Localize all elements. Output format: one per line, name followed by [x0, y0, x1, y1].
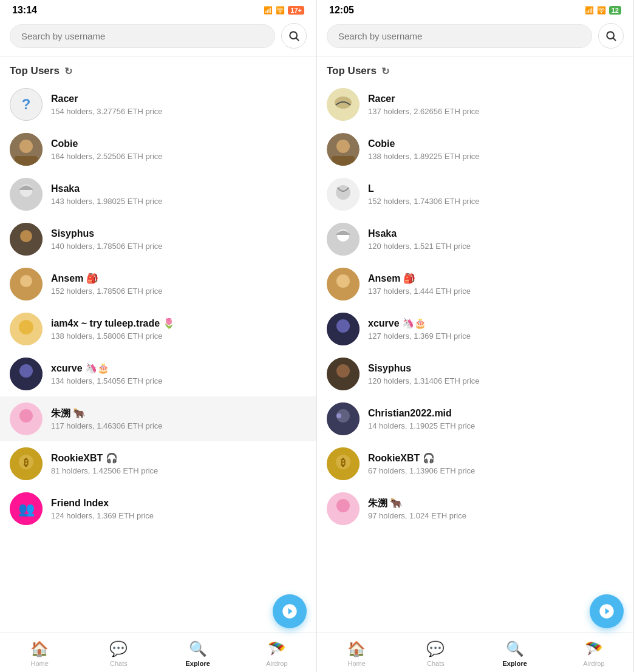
search-row-left	[0, 18, 316, 56]
user-list-right: Racer 137 holders, 2.62656 ETH price Cob…	[317, 82, 633, 633]
avatar-ansem-right	[327, 268, 360, 300]
chats-label-left: Chats	[110, 660, 128, 667]
refresh-icon-left[interactable]: ↻	[64, 66, 72, 77]
user-name-cobie-right: Cobie	[368, 138, 624, 151]
user-info-ansem-left: Ansem 🎒 152 holders, 1.78506 ETH price	[51, 273, 307, 296]
airdrop-icon-right: 🪂	[585, 640, 603, 657]
user-item-cobie-left[interactable]: Cobie 164 holders, 2.52506 ETH price	[0, 127, 316, 172]
user-name-racer-left: Racer	[51, 93, 307, 106]
user-item-xcurve-right[interactable]: xcurve 🦄🎂 127 holders, 1.369 ETH price	[317, 307, 633, 351]
user-name-racer-right: Racer	[368, 93, 624, 106]
nav-airdrop-right[interactable]: 🪂 Airdrop	[554, 638, 633, 670]
user-item-xcurve-left[interactable]: xcurve 🦄🎂 134 holders, 1.54056 ETH price	[0, 351, 316, 396]
avatar-rookie-left: ₿	[10, 447, 43, 480]
airdrop-label-left: Airdrop	[266, 660, 287, 667]
home-label-left: Home	[30, 660, 48, 667]
user-info-rookie-right: RookieXBT 🎧 67 holders, 1.13906 ETH pric…	[368, 452, 624, 475]
avatar-racer-left: ?	[10, 88, 43, 121]
user-info-zhuchao-left: 朱溯 🐂 117 holders, 1.46306 ETH price	[51, 407, 307, 430]
chats-icon-left: 💬	[109, 640, 128, 657]
user-name-sisyphus-left: Sisyphus	[51, 228, 307, 240]
user-name-ansem-left: Ansem 🎒	[51, 273, 307, 285]
chats-label-right: Chats	[427, 660, 445, 667]
section-header-right: Top Users ↻	[317, 56, 633, 82]
user-item-ansem-left[interactable]: Ansem 🎒 152 holders, 1.78506 ETH price	[0, 262, 316, 307]
avatar-ansem-left	[10, 268, 43, 300]
user-info-l-right: L 152 holders, 1.74306 ETH price	[368, 183, 624, 206]
user-item-zhuchao-left[interactable]: 朱溯 🐂 117 holders, 1.46306 ETH price	[0, 396, 316, 441]
search-input-left[interactable]	[21, 31, 264, 41]
user-item-sisyphus-right[interactable]: Sisyphus 120 holders, 1.31406 ETH price	[317, 351, 633, 396]
user-meta-sisyphus-right: 120 holders, 1.31406 ETH price	[368, 376, 624, 385]
bottom-nav-right: 🏠 Home 💬 Chats 🔍 Explore 🪂 Airdrop	[317, 633, 633, 672]
user-info-rookie-left: RookieXBT 🎧 81 holders, 1.42506 ETH pric…	[51, 452, 307, 475]
refresh-icon-right[interactable]: ↻	[381, 66, 389, 77]
nav-chats-left[interactable]: 💬 Chats	[79, 638, 158, 670]
user-info-christian-right: Christian2022.mid 14 holders, 1.19025 ET…	[368, 407, 624, 430]
user-item-hsaka-right[interactable]: Hsaka 120 holders, 1.521 ETH price	[317, 217, 633, 262]
user-info-ansem-right: Ansem 🎒 137 holders, 1.444 ETH price	[368, 273, 624, 296]
search-input-wrap-left[interactable]	[10, 24, 275, 48]
search-button-left[interactable]	[281, 23, 307, 49]
fab-left[interactable]	[273, 594, 307, 628]
svg-point-11	[20, 275, 32, 287]
status-time-right: 12:05	[329, 5, 354, 16]
search-input-right[interactable]	[338, 31, 581, 41]
user-info-sisyphus-left: Sisyphus 140 holders, 1.78506 ETH price	[51, 228, 307, 251]
nav-explore-right[interactable]: 🔍 Explore	[476, 638, 554, 670]
user-meta-cobie-left: 164 holders, 2.52506 ETH price	[51, 152, 307, 161]
user-item-friend-left[interactable]: 👥 Friend Index 124 holders, 1.369 ETH pr…	[0, 486, 316, 531]
user-info-cobie-left: Cobie 164 holders, 2.52506 ETH price	[51, 138, 307, 161]
user-name-sisyphus-right: Sisyphus	[368, 362, 624, 375]
user-item-sisyphus-left[interactable]: Sisyphus 140 holders, 1.78506 ETH price	[0, 217, 316, 262]
user-name-cobie-left: Cobie	[51, 138, 307, 151]
user-meta-l-right: 152 holders, 1.74306 ETH price	[368, 197, 624, 206]
search-input-wrap-right[interactable]	[327, 24, 592, 48]
user-item-iam4x-left[interactable]: iam4x ~ try tuleep.trade 🌷 138 holders, …	[0, 307, 316, 351]
user-info-sisyphus-right: Sisyphus 120 holders, 1.31406 ETH price	[368, 362, 624, 385]
user-item-rookie-left[interactable]: ₿ RookieXBT 🎧 81 holders, 1.42506 ETH pr…	[0, 441, 316, 486]
user-item-zhuchao-right[interactable]: 朱溯 🐂 97 holders, 1.024 ETH price	[317, 486, 633, 531]
nav-explore-left[interactable]: 🔍 Explore	[158, 638, 237, 670]
fab-right[interactable]	[590, 594, 624, 628]
user-item-racer-right[interactable]: Racer 137 holders, 2.62656 ETH price	[317, 82, 633, 127]
user-meta-zhuchao-right: 97 holders, 1.024 ETH price	[368, 511, 624, 520]
nav-airdrop-left[interactable]: 🪂 Airdrop	[237, 638, 316, 670]
nav-home-right[interactable]: 🏠 Home	[317, 638, 396, 670]
svg-point-28	[336, 140, 350, 153]
svg-point-37	[336, 319, 350, 333]
user-name-hsaka-right: Hsaka	[368, 228, 624, 240]
user-name-ansem-right: Ansem 🎒	[368, 273, 624, 285]
user-item-hsaka-left[interactable]: Hsaka 143 holders, 1.98025 ETH price	[0, 172, 316, 217]
explore-icon-right: 🔍	[506, 640, 524, 657]
user-item-l-right[interactable]: L 152 holders, 1.74306 ETH price	[317, 172, 633, 217]
user-item-ansem-right[interactable]: Ansem 🎒 137 holders, 1.444 ETH price	[317, 262, 633, 307]
nav-home-left[interactable]: 🏠 Home	[0, 638, 79, 670]
user-meta-hsaka-left: 143 holders, 1.98025 ETH price	[51, 197, 307, 206]
avatar-cobie-img-left	[10, 133, 43, 166]
user-info-xcurve-right: xcurve 🦄🎂 127 holders, 1.369 ETH price	[368, 317, 624, 341]
status-bar-left: 13:14 📶 🛜 17+	[0, 0, 316, 18]
svg-point-35	[336, 274, 350, 288]
user-list-left: ? Racer 154 holders, 3.27756 ETH price C…	[0, 82, 316, 633]
user-name-l-right: L	[368, 183, 624, 195]
status-time-left: 13:14	[12, 5, 37, 16]
user-name-friend-left: Friend Index	[51, 497, 307, 510]
user-item-rookie-right[interactable]: ₿ RookieXBT 🎧 67 holders, 1.13906 ETH pr…	[317, 441, 633, 486]
nav-chats-right[interactable]: 💬 Chats	[396, 638, 475, 670]
search-button-right[interactable]	[598, 23, 624, 49]
user-item-racer-left[interactable]: ? Racer 154 holders, 3.27756 ETH price	[0, 82, 316, 127]
avatar-hsaka-left	[10, 178, 43, 211]
user-info-racer-right: Racer 137 holders, 2.62656 ETH price	[368, 93, 624, 116]
avatar-hsaka-right	[327, 223, 360, 256]
user-info-hsaka-right: Hsaka 120 holders, 1.521 ETH price	[368, 228, 624, 251]
svg-point-17	[19, 409, 33, 423]
user-info-hsaka-left: Hsaka 143 holders, 1.98025 ETH price	[51, 183, 307, 206]
user-item-cobie-right[interactable]: Cobie 138 holders, 1.89225 ETH price	[317, 127, 633, 172]
user-meta-sisyphus-left: 140 holders, 1.78506 ETH price	[51, 242, 307, 251]
user-item-christian-right[interactable]: Christian2022.mid 14 holders, 1.19025 ET…	[317, 396, 633, 441]
status-icons-left: 📶 🛜 17+	[264, 6, 304, 15]
user-info-friend-left: Friend Index 124 holders, 1.369 ETH pric…	[51, 497, 307, 520]
avatar-l-right	[327, 178, 360, 211]
user-meta-cobie-right: 138 holders, 1.89225 ETH price	[368, 152, 624, 161]
